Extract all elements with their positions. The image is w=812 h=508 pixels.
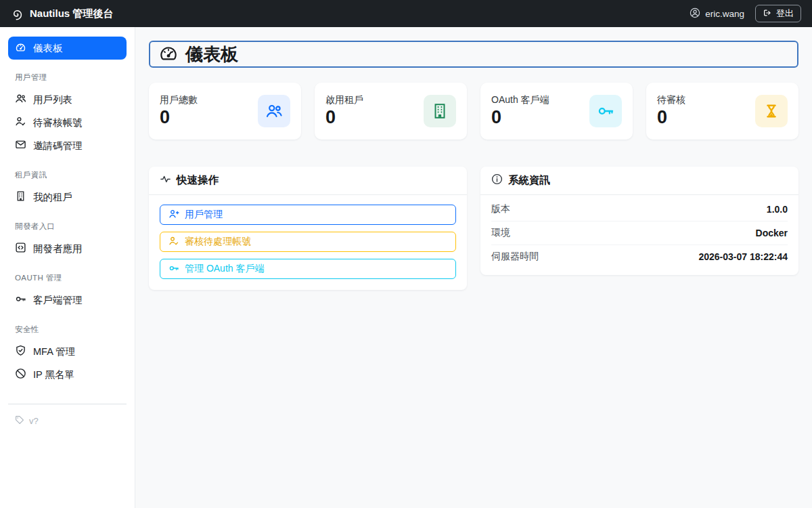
people-icon (15, 93, 26, 106)
sidebar-item-dashboard[interactable]: 儀表板 (8, 37, 127, 60)
logout-button[interactable]: 登出 (755, 5, 801, 22)
quick-actions-title: 快速操作 (177, 173, 219, 188)
stat-card-oauth-clients: OAuth 客戶端 0 (480, 83, 633, 140)
sidebar-item-label: 儀表板 (33, 42, 63, 55)
key-icon (168, 263, 179, 276)
panel-row: 快速操作 用戶管理 (149, 167, 798, 290)
tag-icon (15, 415, 24, 427)
person-check-icon (168, 236, 179, 249)
stat-value: 0 (325, 108, 363, 128)
stat-card-active-tenants: 啟用租戶 0 (315, 83, 467, 140)
sidebar-item-label: 用戶列表 (33, 93, 72, 106)
sidebar-item-invite-codes[interactable]: 邀請碼管理 (8, 134, 127, 157)
shield-check-icon (15, 345, 26, 358)
building-icon (15, 190, 26, 204)
envelope-icon (15, 139, 26, 152)
stat-value: 0 (160, 108, 198, 128)
logout-icon (763, 8, 772, 20)
main-content: 儀表板 用戶總數 0 啟用租戶 0 (135, 27, 812, 508)
sidebar-item-user-list[interactable]: 用戶列表 (8, 88, 127, 111)
stat-label: 用戶總數 (160, 94, 198, 106)
quick-action-manage-oauth[interactable]: 管理 OAuth 客戶端 (160, 259, 456, 279)
stat-label: OAuth 客戶端 (491, 94, 549, 106)
stat-cards: 用戶總數 0 啟用租戶 0 (149, 83, 798, 140)
sidebar-item-label: 我的租戶 (33, 191, 72, 204)
page-title-box: 儀表板 (149, 41, 798, 68)
gauge-icon (158, 43, 179, 66)
info-circle-icon (491, 173, 503, 188)
code-square-icon (15, 242, 26, 255)
sidebar-item-developer-apps[interactable]: 開發者應用 (8, 237, 127, 260)
info-row-environment: 環境 Docker (491, 221, 788, 245)
activity-icon (160, 173, 171, 188)
stat-card-pending-review: 待審核 0 (646, 83, 798, 140)
nautilus-logo-icon (11, 7, 24, 20)
sidebar-item-client-management[interactable]: 客戶端管理 (8, 289, 127, 312)
stat-card-total-users: 用戶總數 0 (149, 83, 301, 140)
brand: Nautilus 管理後台 (11, 7, 113, 20)
sidebar: 儀表板 用戶管理 用戶列表 待審核帳號 邀請碼管理 租戶資訊 (0, 27, 135, 508)
person-plus-icon (168, 209, 179, 221)
sidebar-item-label: MFA 管理 (33, 345, 75, 358)
section-label-developer: 開發者入口 (15, 221, 120, 232)
key-icon (15, 293, 26, 307)
sidebar-divider (8, 404, 127, 404)
username: eric.wang (705, 9, 744, 19)
gauge-icon (15, 41, 26, 55)
person-circle-icon (690, 7, 700, 20)
version-label: v? (29, 416, 39, 426)
sidebar-item-ip-blacklist[interactable]: IP 黑名單 (8, 363, 127, 386)
quick-actions-panel: 快速操作 用戶管理 (149, 167, 467, 290)
section-label-users: 用戶管理 (15, 72, 120, 83)
stat-label: 啟用租戶 (325, 94, 363, 106)
version-row: v? (15, 415, 120, 427)
people-icon (258, 95, 290, 127)
info-row-server-time: 伺服器時間 2026-03-07 18:22:44 (491, 245, 788, 268)
sidebar-item-label: 待審核帳號 (33, 117, 83, 129)
sidebar-item-my-tenant[interactable]: 我的租戶 (8, 186, 127, 209)
topbar: Nautilus 管理後台 eric.wang 登出 (0, 0, 812, 27)
stat-value: 0 (657, 108, 685, 128)
sidebar-item-mfa[interactable]: MFA 管理 (8, 340, 127, 363)
info-row-version: 版本 1.0.0 (491, 198, 788, 221)
sidebar-item-label: IP 黑名單 (33, 368, 74, 381)
sidebar-item-label: 客戶端管理 (33, 294, 83, 307)
system-info-header: 系統資訊 (480, 167, 798, 195)
ban-icon (15, 368, 26, 381)
sidebar-item-label: 開發者應用 (33, 242, 83, 255)
brand-title: Nautilus 管理後台 (30, 7, 113, 20)
sidebar-item-pending-accounts[interactable]: 待審核帳號 (8, 111, 127, 134)
quick-actions-header: 快速操作 (149, 167, 467, 195)
key-icon (589, 95, 622, 127)
section-label-security: 安全性 (15, 324, 120, 335)
stat-value: 0 (491, 108, 549, 128)
hourglass-icon (755, 95, 788, 127)
quick-action-review-pending[interactable]: 審核待處理帳號 (160, 232, 456, 252)
person-check-icon (15, 116, 26, 129)
sidebar-item-label: 邀請碼管理 (33, 140, 83, 152)
system-info-title: 系統資訊 (508, 173, 550, 188)
page-title: 儀表板 (185, 43, 238, 66)
section-label-oauth: OAUTH 管理 (15, 273, 120, 283)
stat-label: 待審核 (657, 94, 685, 106)
current-user: eric.wang (690, 7, 744, 20)
quick-action-user-management[interactable]: 用戶管理 (160, 205, 456, 225)
section-label-tenant: 租戶資訊 (15, 170, 120, 180)
system-info-panel: 系統資訊 版本 1.0.0 環境 Docker 伺服器時間 2026-03-07… (480, 167, 798, 275)
building-icon (424, 95, 456, 127)
